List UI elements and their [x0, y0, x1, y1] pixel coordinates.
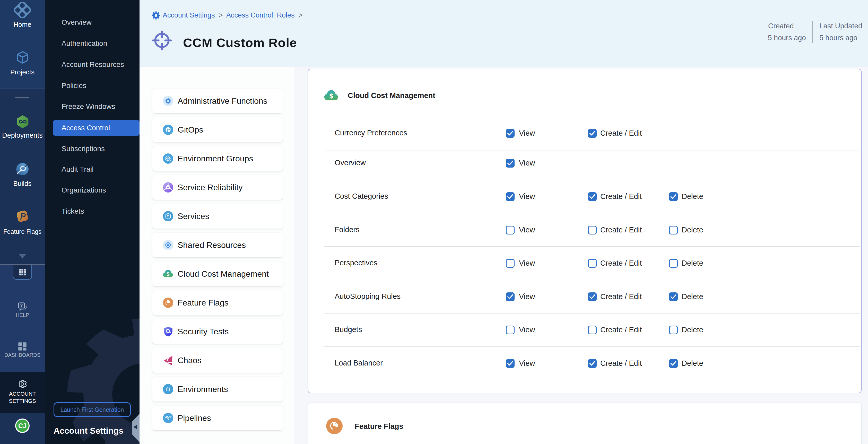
- svg-text:?: ?: [20, 303, 23, 308]
- svg-text:$: $: [166, 271, 169, 277]
- svg-text:$: $: [330, 92, 333, 100]
